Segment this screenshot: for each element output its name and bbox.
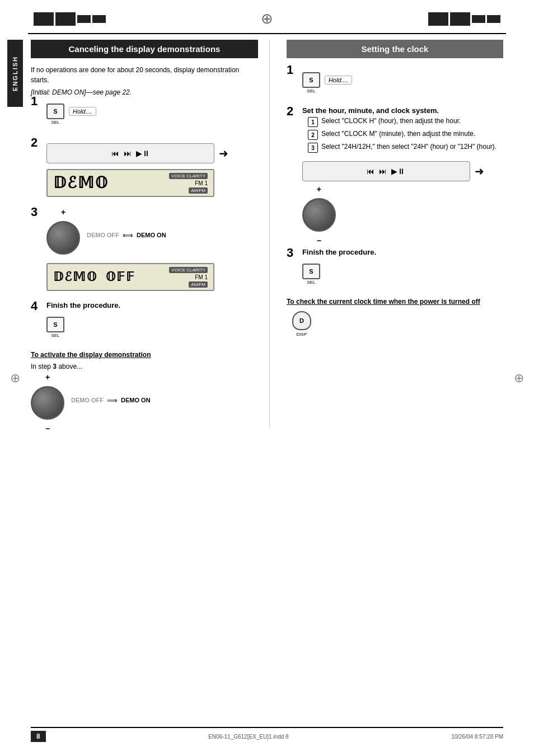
sel-btn-body-4: S <box>46 317 64 332</box>
right-step-3-label: Finish the procedure. <box>302 248 503 256</box>
display-demo-text: 𝔻ℰ𝕄𝕆 <box>53 173 109 192</box>
right-step-3-num: 3 <box>287 247 302 259</box>
disp-btn-container: D DISP <box>287 311 503 330</box>
page-number: 8 <box>31 731 46 742</box>
sub-num-1: 1 <box>308 117 318 127</box>
right-arrow-icon: ➜ <box>475 165 484 178</box>
fm-label-2: FM 1 <box>195 274 208 280</box>
right-step-1-sel-row: S SEL Hold.... <box>302 69 503 91</box>
demo-on-label: DEMO ON <box>137 232 166 238</box>
footer-date: 10/26/04 8:57:28 PM <box>451 734 503 740</box>
sel-btn-label-4: S <box>53 321 57 328</box>
page-footer: 8 EN06-11_G612[EX_EU]1.indd 8 10/26/04 8… <box>0 727 534 742</box>
left-section-title: Canceling the display demonstrations <box>31 40 258 58</box>
sel-btn-body-r1: S <box>302 72 320 88</box>
disp-btn-label: D <box>299 317 304 324</box>
top-rule <box>28 33 506 34</box>
sub-num-2: 2 <box>308 130 318 140</box>
left-knob <box>46 221 80 255</box>
top-bar-center-crosshair: ⊕ <box>106 10 428 27</box>
left-knob-wrapper: + − <box>46 215 80 260</box>
activate-knob-container: + − DEMO OFF ⟹ DEMO ON <box>31 375 258 425</box>
left-display-screen-demo: 𝔻ℰ𝕄𝕆 VOICE CLARITY FM 1 AM/FM <box>46 169 214 197</box>
demo-arrow-icon: ⟺ <box>123 231 133 240</box>
left-intro-text: If no operations are done for about 20 s… <box>31 65 258 85</box>
left-step-3-num: 3 <box>31 206 46 218</box>
footer-filename: EN06-11_G612[EX_EU]1.indd 8 <box>208 734 288 740</box>
knob-plus-icon: + <box>61 208 65 217</box>
activate-demo-on-label: DEMO ON <box>121 397 151 403</box>
left-column: ENGLISH Canceling the display demonstrat… <box>31 40 270 428</box>
bar-block-1 <box>34 12 54 26</box>
voice-clarity-badge-2: VOICE CLARITY <box>169 267 208 273</box>
right-play-btn-icon: ▶⏸ <box>391 167 405 176</box>
right-column: Setting the clock 1 S SEL Hold.... <box>270 40 503 428</box>
sel-text-r3: SEL <box>307 280 315 285</box>
hold-label-right-1: Hold.... <box>325 76 352 84</box>
right-step-2-label: Set the hour, minute, and clock system. <box>302 106 503 115</box>
sel-button-left-4[interactable]: S SEL <box>46 317 64 332</box>
left-step-4-num: 4 <box>31 300 46 312</box>
arrow-right-icon: ➜ <box>219 147 228 160</box>
sub-step-2-text: Select "CLOCK M" (minute), then adjust t… <box>321 130 475 138</box>
left-step-2: 2 ⏮ ⏭ ▶⏸ ➜ <box>31 138 258 199</box>
sub-step-1: 1 Select "CLOCK H" (hour), then adjust t… <box>308 117 503 127</box>
left-control-bar-row: ⏮ ⏭ ▶⏸ ➜ <box>46 140 258 166</box>
left-control-bar-inner: ⏮ ⏭ ▶⏸ <box>111 149 150 158</box>
right-section-title: Setting the clock <box>287 40 503 58</box>
demo-label-group: DEMO OFF ⟺ DEMO ON <box>87 231 166 240</box>
left-knob-container: + − DEMO OFF ⟺ DEMO ON <box>46 210 258 260</box>
left-intro-italic: [Initial: DEMO ON]—see page 22. <box>31 88 258 96</box>
fm-label: FM 1 <box>195 180 208 186</box>
hold-label-left-1: Hold.... <box>69 107 96 116</box>
activate-demo-labels: DEMO OFF ⟹ DEMO ON <box>71 396 151 405</box>
left-step-4-sel-row: S SEL <box>46 314 258 335</box>
left-control-bar: ⏮ ⏭ ▶⏸ <box>46 143 214 163</box>
am-label-2: AM/FM <box>189 281 208 288</box>
demo-off-label: DEMO OFF <box>87 232 119 238</box>
right-knob-container: + − <box>302 187 503 237</box>
bar-block-8 <box>487 15 500 23</box>
left-step-1-sel-row: S SEL Hold.... <box>46 101 258 122</box>
activate-knob-plus: + <box>45 373 50 382</box>
left-step-4-label: Finish the procedure. <box>46 301 258 309</box>
next-btn-icon: ⏭ <box>124 149 132 158</box>
display-demo-off-text: 𝔻ℰ𝕄𝕆 𝕆𝔽𝔽 <box>53 270 135 285</box>
left-step-3: 3 + − DEMO OFF ⟺ DEMO ON <box>31 207 258 293</box>
right-knob-wrapper: + − <box>302 192 336 237</box>
activate-demo-title: To activate the display demonstration <box>31 351 258 359</box>
left-display-screen-demo-off: 𝔻ℰ𝕄𝕆 𝕆𝔽𝔽 VOICE CLARITY FM 1 AM/FM <box>46 263 214 291</box>
play-btn-icon: ▶⏸ <box>136 149 150 158</box>
page: ⊕ ⊕ ⊕ ENGLISH Canceli <box>0 0 534 756</box>
bar-block-3 <box>77 15 91 23</box>
bar-block-7 <box>472 15 485 23</box>
left-step-1-num: 1 <box>31 95 46 107</box>
right-step-3-sel-row: S SEL <box>302 261 503 282</box>
left-step-1-content: S SEL Hold.... <box>46 96 258 130</box>
sel-button-right-3[interactable]: S SEL <box>302 264 320 279</box>
right-prev-btn-icon: ⏮ <box>367 167 374 176</box>
left-step-1: 1 S SEL Hold.... <box>31 96 258 130</box>
left-step-4: 4 Finish the procedure. S SEL <box>31 301 258 343</box>
am-label: AM/FM <box>189 187 208 194</box>
left-step-4-content: Finish the procedure. S SEL <box>46 301 258 343</box>
check-clock-title: To check the current clock time when the… <box>287 298 503 306</box>
sel-button-right-1[interactable]: S SEL <box>302 72 320 88</box>
right-knob-plus: + <box>317 185 321 194</box>
sel-label-r3: S <box>309 268 313 275</box>
top-bar: ⊕ <box>0 0 534 33</box>
sub-steps-container: 1 Select "CLOCK H" (hour), then adjust t… <box>308 117 503 153</box>
display-side-info: VOICE CLARITY FM 1 AM/FM <box>169 173 208 194</box>
prev-btn-icon: ⏮ <box>111 149 119 158</box>
activate-knob <box>31 386 64 420</box>
right-step-2: 2 Set the hour, minute, and clock system… <box>287 106 503 240</box>
activate-demo-intro: In step 3 above... <box>31 361 258 372</box>
sel-button-left-1[interactable]: S SEL <box>46 104 64 119</box>
activate-knob-minus: − <box>45 424 50 433</box>
sel-label-r1: S <box>309 77 313 83</box>
right-step-2-content: Set the hour, minute, and clock system. … <box>302 106 503 240</box>
right-step-2-num: 2 <box>287 105 302 118</box>
disp-button[interactable]: D <box>292 311 311 330</box>
sel-btn-label: S <box>53 108 57 115</box>
right-control-bar-inner: ⏮ ⏭ ▶⏸ <box>367 167 405 176</box>
